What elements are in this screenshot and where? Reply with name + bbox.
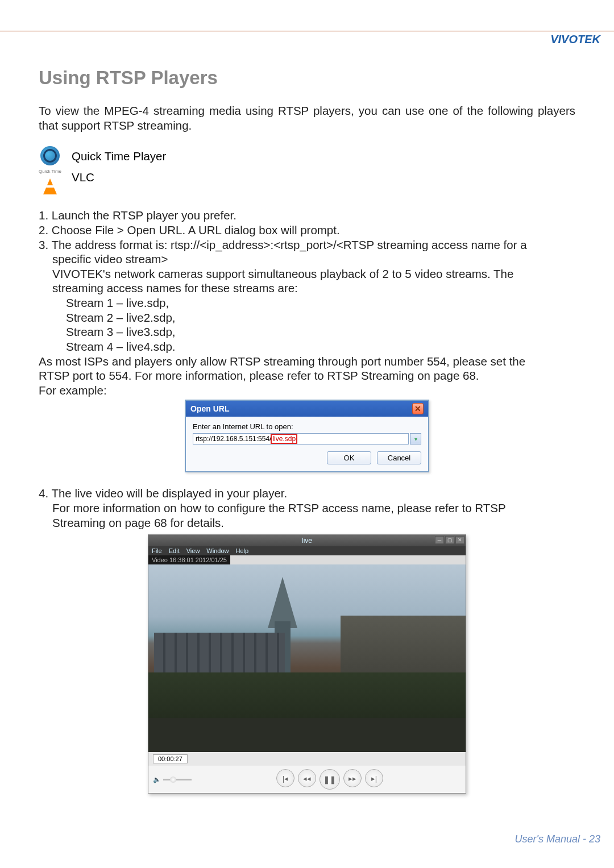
section-title: Using RTSP Players xyxy=(39,67,575,89)
step-4-line2: For more information on how to configure… xyxy=(39,501,575,516)
menu-file[interactable]: File xyxy=(152,547,162,554)
instruction-steps: 1. Launch the RTSP player you prefer. 2.… xyxy=(39,208,575,397)
isp-note-2: RTSP port to 554. For more information, … xyxy=(39,368,575,383)
menu-window[interactable]: Window xyxy=(206,547,229,554)
rewind-button[interactable]: ◂◂ xyxy=(298,769,316,787)
maximize-button[interactable]: ▢ xyxy=(445,536,454,544)
player-window-title: live xyxy=(302,537,312,545)
url-prefix: rtsp://192.168.5.151:554/ xyxy=(196,435,271,443)
stream-3: Stream 3 – live3.sdp, xyxy=(39,325,575,339)
stream-1: Stream 1 – live.sdp, xyxy=(39,296,575,310)
step-3-line2: specific video stream> xyxy=(39,252,575,267)
quicktime-sublabel: Quick Time xyxy=(39,169,61,174)
dialog-close-button[interactable]: ✕ xyxy=(412,403,424,414)
minimize-button[interactable]: ─ xyxy=(435,536,444,544)
footer-label: User's Manual xyxy=(515,833,579,845)
step-4-block: 4. The live video will be displayed in y… xyxy=(39,486,575,530)
stream-2: Stream 2 – live2.sdp, xyxy=(39,310,575,325)
menu-edit[interactable]: Edit xyxy=(169,547,180,554)
speaker-icon: 🔈 xyxy=(153,776,161,783)
brand-text: VIVOTEK xyxy=(550,33,600,46)
player-name-vlc: VLC xyxy=(72,167,166,188)
playback-time: 00:00:27 xyxy=(153,754,188,763)
pause-button[interactable]: ❚❚ xyxy=(320,769,340,790)
cancel-button[interactable]: Cancel xyxy=(377,451,421,464)
url-dropdown-button[interactable]: ▾ xyxy=(410,433,421,445)
step-3-line1: 3. The address format is: rtsp://<ip_add… xyxy=(39,238,575,252)
dialog-label: Enter an Internet URL to open: xyxy=(193,422,421,431)
isp-note-1: As most ISPs and players only allow RTSP… xyxy=(39,354,575,369)
step-1: 1. Launch the RTSP player you prefer. xyxy=(39,208,575,223)
stream-4: Stream 4 – live4.sdp. xyxy=(39,339,575,354)
url-highlighted: live.sdp xyxy=(271,434,297,444)
step-2: 2. Choose File > Open URL. A URL dialog … xyxy=(39,223,575,238)
menu-view[interactable]: View xyxy=(186,547,200,554)
player-window: live ─ ▢ ✕ File Edit View Window Help Vi… xyxy=(148,534,466,794)
vlc-icon xyxy=(43,178,57,194)
skip-forward-button[interactable]: ▸| xyxy=(365,769,383,787)
intro-paragraph: To view the MPEG-4 streaming media using… xyxy=(39,103,575,132)
step-4-line3: Streaming on page 68 for details. xyxy=(39,516,575,530)
volume-slider[interactable]: 🔈 xyxy=(153,776,192,783)
step-4-line1: 4. The live video will be displayed in y… xyxy=(39,486,575,501)
close-button[interactable]: ✕ xyxy=(455,536,464,544)
footer-page-number: 23 xyxy=(589,833,600,845)
menu-help[interactable]: Help xyxy=(235,547,248,554)
page-footer: User's Manual - 23 xyxy=(515,833,600,845)
forward-button[interactable]: ▸▸ xyxy=(343,769,362,787)
ok-button[interactable]: OK xyxy=(327,451,371,464)
video-area xyxy=(148,564,466,752)
player-menubar: File Edit View Window Help xyxy=(148,546,466,555)
url-input[interactable]: rtsp://192.168.5.151:554/live.sdp xyxy=(193,433,409,445)
skip-back-button[interactable]: |◂ xyxy=(276,769,294,787)
for-example: For example: xyxy=(39,383,575,398)
supported-players: Quick Time Quick Time Player VLC xyxy=(39,146,575,194)
open-url-dialog: Open URL ✕ Enter an Internet URL to open… xyxy=(185,400,429,472)
player-name-quicktime: Quick Time Player xyxy=(72,146,166,167)
dialog-title: Open URL xyxy=(190,404,229,413)
step-3-line4: streaming access names for these streams… xyxy=(39,281,575,296)
quicktime-icon xyxy=(40,146,60,165)
step-3-line3: VIVOTEK's network cameras support simult… xyxy=(39,267,575,281)
video-overlay-timestamp: Video 16:38:01 2012/01/25 xyxy=(148,555,230,564)
